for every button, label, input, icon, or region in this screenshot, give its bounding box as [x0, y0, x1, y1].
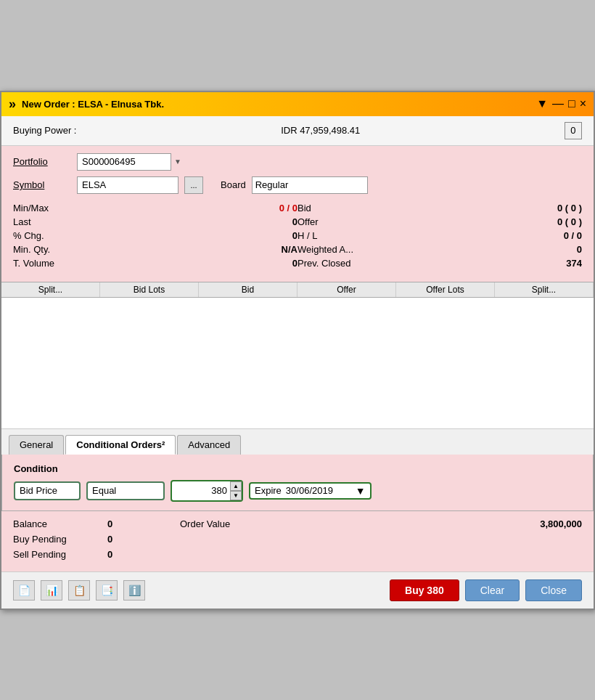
- ob-col-offer: Offer: [298, 282, 396, 297]
- expire-dropdown-icon[interactable]: ▼: [356, 485, 366, 497]
- ob-col-offerlots: Offer Lots: [396, 282, 495, 297]
- order-book-body: [1, 298, 594, 428]
- tab-general[interactable]: General: [9, 435, 64, 455]
- title-bar-controls: ▼ — □ ×: [536, 97, 586, 110]
- bottom-stat-sellpending: Sell Pending 0: [13, 549, 582, 560]
- stat-weighted: Weighted A... 0: [298, 243, 582, 256]
- condition-operator-select[interactable]: Equal Greater Than Less Than: [86, 481, 165, 500]
- main-form: Portfolio ▼ Symbol ... Board Regular Neg…: [1, 146, 594, 282]
- condition-price-input[interactable]: [172, 481, 230, 500]
- symbol-row: Symbol ... Board Regular Negotiation Cas…: [13, 176, 582, 194]
- close-icon[interactable]: ×: [580, 97, 586, 110]
- tab-conditional[interactable]: Conditional Orders²: [65, 435, 176, 455]
- window-title: New Order : ELSA - Elnusa Tbk.: [22, 99, 164, 110]
- stat-pchg: % Chg. 0: [13, 229, 298, 243]
- portfolio-input[interactable]: [77, 153, 171, 171]
- toolbar-icon-5[interactable]: ℹ️: [123, 580, 145, 601]
- expire-input[interactable]: [286, 485, 351, 496]
- condition-type-select[interactable]: Bid Price Offer Price Last Price: [14, 481, 81, 500]
- portfolio-row: Portfolio ▼: [13, 153, 582, 171]
- tab-advanced[interactable]: Advanced: [177, 435, 241, 455]
- stat-minmax: Min/Max 0 / 0: [13, 201, 298, 215]
- buying-power-value: IDR 47,959,498.41: [281, 125, 360, 136]
- bp-icon-label: 0: [570, 125, 575, 136]
- bottom-stat-buypending: Buy Pending 0: [13, 534, 582, 545]
- spin-buttons: ▲ ▼: [230, 481, 242, 500]
- condition-operator-wrapper: Equal Greater Than Less Than: [86, 481, 165, 500]
- toolbar-icons: 📄 📊 📋 📑 ℹ️: [13, 580, 145, 601]
- double-chevron-icon: »: [9, 97, 16, 112]
- close-button[interactable]: Close: [525, 579, 582, 601]
- expire-label: Expire: [255, 485, 282, 496]
- stats-left: Min/Max 0 / 0 Last 0 % Chg. 0 Min. Qty. …: [13, 200, 298, 272]
- main-window: » New Order : ELSA - Elnusa Tbk. ▼ — □ ×…: [0, 91, 595, 610]
- toolbar-icon-1[interactable]: 📄: [13, 580, 35, 601]
- stat-prevclosed: Prev. Closed 374: [298, 256, 582, 270]
- minimize-icon[interactable]: —: [552, 97, 564, 110]
- ob-col-split2: Split...: [495, 282, 594, 297]
- bottom-stat-balance: Balance 0 Order Value 3,800,000: [13, 518, 582, 529]
- tabs-area: General Conditional Orders² Advanced: [1, 428, 594, 455]
- stat-bid: Bid 0 ( 0 ): [298, 201, 582, 215]
- symbol-input[interactable]: [77, 176, 178, 194]
- board-label: Board: [221, 179, 246, 190]
- board-select[interactable]: Regular Negotiation Cash: [252, 176, 368, 194]
- toolbar-icon-3[interactable]: 📋: [68, 580, 90, 601]
- clear-button[interactable]: Clear: [465, 579, 520, 601]
- buying-power-label: Buying Power :: [13, 125, 76, 136]
- stat-hl: H / L 0 / 0: [298, 229, 582, 243]
- spin-up-button[interactable]: ▲: [230, 481, 242, 491]
- stat-minqty: Min. Qty. N/A: [13, 243, 298, 256]
- buying-power-icon[interactable]: 0: [565, 122, 582, 139]
- buying-power-bar: Buying Power : IDR 47,959,498.41 0: [1, 116, 594, 146]
- ob-col-bid: Bid: [199, 282, 298, 297]
- buy-button[interactable]: Buy 380: [390, 579, 459, 601]
- browse-button[interactable]: ...: [184, 176, 203, 194]
- board-select-wrapper: Regular Negotiation Cash: [252, 176, 368, 194]
- stats-right: Bid 0 ( 0 ) Offer 0 ( 0 ) H / L 0 / 0 We…: [298, 200, 582, 272]
- toolbar-icon-4[interactable]: 📑: [96, 580, 118, 601]
- stat-offer: Offer 0 ( 0 ): [298, 215, 582, 229]
- condition-row: Bid Price Offer Price Last Price Equal G…: [14, 480, 581, 502]
- spin-down-button[interactable]: ▼: [230, 491, 242, 500]
- condition-price-wrapper: ▲ ▼: [171, 480, 243, 502]
- action-buttons: Buy 380 Clear Close: [390, 579, 582, 601]
- maximize-icon[interactable]: □: [568, 97, 575, 110]
- title-bar-left: » New Order : ELSA - Elnusa Tbk.: [9, 97, 164, 112]
- stats-grid: Min/Max 0 / 0 Last 0 % Chg. 0 Min. Qty. …: [13, 200, 582, 272]
- bottom-stats: Balance 0 Order Value 3,800,000 Buy Pend…: [1, 511, 594, 571]
- ob-col-bidlots: Bid Lots: [100, 282, 199, 297]
- portfolio-label: Portfolio: [13, 156, 71, 167]
- stat-last: Last 0: [13, 215, 298, 229]
- stat-tvolume: T. Volume 0: [13, 256, 298, 270]
- dropdown-arrow-icon[interactable]: ▼: [536, 97, 548, 110]
- order-book-header: Split... Bid Lots Bid Offer Offer Lots S…: [1, 282, 594, 298]
- action-bar: 📄 📊 📋 📑 ℹ️ Buy 380 Clear Close: [1, 571, 594, 609]
- condition-type-wrapper: Bid Price Offer Price Last Price: [14, 481, 81, 500]
- symbol-label: Symbol: [13, 179, 71, 190]
- toolbar-icon-2[interactable]: 📊: [41, 580, 62, 601]
- tab-content-conditional: Condition Bid Price Offer Price Last Pri…: [1, 455, 594, 511]
- ob-col-split1: Split...: [1, 282, 100, 297]
- expire-wrapper: Expire ▼: [249, 482, 372, 500]
- tabs: General Conditional Orders² Advanced: [9, 435, 586, 455]
- portfolio-dropdown-icon[interactable]: ▼: [174, 158, 181, 166]
- portfolio-wrapper: ▼: [77, 153, 181, 171]
- title-bar: » New Order : ELSA - Elnusa Tbk. ▼ — □ ×: [1, 92, 594, 116]
- condition-title: Condition: [14, 463, 581, 474]
